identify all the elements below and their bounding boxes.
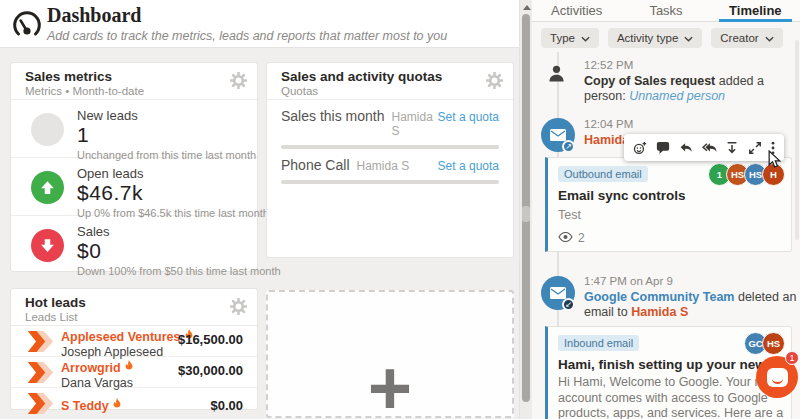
lead-name: Arrowgrid	[61, 361, 121, 375]
page-header: Dashboard Add cards to track the metrics…	[0, 0, 519, 48]
lead-value: $0.00	[210, 398, 243, 413]
metric-value: $0	[77, 239, 243, 263]
metric-value: $46.7k	[77, 181, 243, 205]
add-reaction-icon[interactable]	[633, 141, 647, 155]
sidebar-scrollbar[interactable]	[795, 40, 799, 240]
notification-badge: 1	[785, 351, 799, 365]
view-count-value: 2	[578, 231, 585, 245]
flame-icon	[124, 360, 134, 375]
metric-row: Open leads $46.7k Up 0% from $46.5k this…	[11, 158, 257, 216]
scrollbar-grip	[522, 206, 530, 222]
card-subtitle: Metrics • Month-to-date	[25, 85, 243, 97]
trend-down-icon	[31, 229, 64, 262]
lead-value: $16,500.00	[178, 332, 243, 347]
lead-row[interactable]: S Teddy $0.00	[11, 388, 257, 419]
reply-icon[interactable]	[679, 141, 693, 155]
card-title: Sales and activity quotas	[281, 69, 499, 84]
type-filter-button[interactable]: Type	[541, 28, 599, 48]
card-title: Sales metrics	[25, 69, 243, 84]
activity-type-filter-button[interactable]: Activity type	[608, 28, 702, 48]
creator-filter-button[interactable]: Creator	[711, 28, 782, 48]
entry-actor: Copy of Sales request	[584, 74, 715, 88]
reply-all-icon[interactable]	[702, 141, 717, 155]
quota-progress-bar	[281, 180, 499, 184]
email-snippet: Hi Hami, Welcome to Google. Your new acc…	[558, 375, 786, 419]
gear-icon[interactable]	[486, 72, 503, 89]
eye-icon	[558, 231, 573, 245]
timeline-entry: 12:52 PM Copy of Sales request added a p…	[584, 59, 798, 104]
tab-timeline[interactable]: Timeline	[711, 0, 800, 21]
avatar[interactable]: HS	[762, 332, 785, 355]
metric-label: Sales	[77, 224, 243, 239]
activity-sidebar: Activities Tasks Timeline Type Activity …	[532, 0, 800, 419]
download-icon[interactable]	[725, 141, 739, 155]
lead-value: $30,000.00	[178, 363, 243, 378]
page-subtitle: Add cards to track the metrics, leads an…	[47, 29, 447, 43]
metric-row: New leads 1 Unchanged from this time las…	[11, 100, 257, 158]
lead-name: Appleseed Ventures	[61, 330, 181, 344]
email-direction-badge: Outbound email	[558, 166, 648, 182]
email-snippet: Test	[558, 208, 786, 224]
comment-icon[interactable]	[656, 141, 670, 155]
chevron-down-icon	[684, 32, 693, 44]
filter-label: Type	[550, 32, 575, 44]
metric-note: Down 100% from $50 this time last month	[77, 265, 243, 277]
timeline-entry: 1:47 PM on Apr 9 Google Community Team d…	[584, 275, 798, 320]
lead-name: S Teddy	[61, 399, 109, 413]
hot-leads-card: Hot leads Leads List	[10, 288, 258, 410]
sales-metrics-card: Sales metrics Metrics • Month-to-date Ne…	[10, 62, 258, 272]
expand-icon[interactable]	[748, 141, 762, 155]
lead-arrow-icon	[26, 330, 54, 353]
lead-row[interactable]: Arrowgrid Dana Vargas $30,000.00	[11, 357, 257, 388]
metric-label: New leads	[77, 108, 243, 123]
trend-up-icon	[31, 171, 64, 204]
inbound-email-card[interactable]: Inbound email GC HS Hami, finish setting…	[545, 326, 792, 419]
metric-value: 1	[77, 123, 243, 147]
timeline-filters: Type Activity type Creator	[541, 28, 783, 48]
card-subtitle: Quotas	[281, 85, 499, 97]
crm-dashboard-app: Dashboard Add cards to track the metrics…	[0, 0, 800, 419]
outbound-email-card[interactable]: Outbound email 1 HS HS H Email sync cont…	[545, 157, 792, 252]
trend-flat-icon	[31, 113, 64, 146]
sender-link[interactable]: Google Community Team	[584, 290, 734, 304]
participant-avatars: GC HS	[749, 332, 785, 355]
sidebar-tabs: Activities Tasks Timeline	[532, 0, 800, 22]
person-icon	[547, 64, 566, 83]
quota-user: Hamida S	[392, 110, 438, 138]
scrollbar-thumb[interactable]	[522, 14, 530, 402]
email-hover-toolbar	[624, 134, 784, 161]
quota-label: Phone Call	[281, 157, 350, 173]
gear-icon[interactable]	[230, 72, 247, 89]
gear-icon[interactable]	[230, 298, 247, 315]
card-header: Sales and activity quotas Quotas	[267, 63, 513, 100]
unnamed-person-link[interactable]: Unnamed person	[629, 89, 725, 103]
outbound-arrow-icon: ↗	[562, 140, 575, 153]
lead-arrow-icon	[26, 361, 54, 384]
tab-tasks[interactable]: Tasks	[621, 0, 710, 21]
set-quota-link[interactable]: Set a quota	[438, 110, 499, 124]
scroll-up-icon[interactable]	[523, 5, 531, 10]
contact-link[interactable]: Hamida S	[631, 305, 688, 319]
metric-row: Sales $0 Down 100% from $50 this time la…	[11, 216, 257, 274]
add-card-button[interactable]: +	[266, 290, 514, 418]
card-header: Sales metrics Metrics • Month-to-date	[11, 63, 257, 100]
dashboard-panel: Dashboard Add cards to track the metrics…	[0, 0, 519, 419]
email-subject: Email sync controls	[558, 188, 686, 203]
timestamp: 12:04 PM	[584, 118, 798, 130]
gauge-icon	[12, 9, 42, 45]
metric-label: Open leads	[77, 166, 243, 181]
vertical-scrollbar[interactable]	[519, 0, 532, 419]
quota-row: Sales this month Hamida S Set a quota	[267, 100, 513, 149]
set-quota-link[interactable]: Set a quota	[438, 159, 499, 173]
card-header: Hot leads Leads List	[11, 289, 257, 326]
tab-activities[interactable]: Activities	[532, 0, 621, 21]
lead-row[interactable]: Appleseed Ventures Joseph Appleseed $16,…	[11, 326, 257, 357]
quota-label: Sales this month	[281, 108, 385, 124]
inbound-arrow-icon: ↙	[562, 298, 575, 311]
chat-bubble-icon	[767, 368, 788, 387]
flame-icon	[112, 398, 122, 413]
email-subject: Hami, finish setting up your new ...	[558, 357, 781, 372]
quota-user: Hamida S	[357, 159, 438, 173]
filter-label: Activity type	[617, 32, 678, 44]
timestamp: 1:47 PM on Apr 9	[584, 275, 798, 287]
